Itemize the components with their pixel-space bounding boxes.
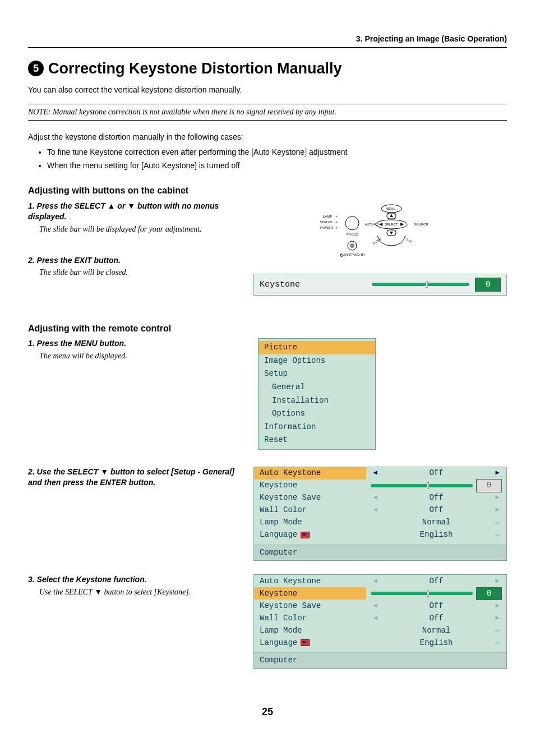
osd-value: Off [383, 601, 490, 612]
svg-point-0 [336, 215, 338, 217]
osd-value: Off [383, 505, 490, 516]
source-label: SOURCE [414, 223, 428, 226]
step1-title: 1. Press the SELECT ▲ or ▼ button with n… [28, 201, 241, 223]
osd-row: Lamp Mode◀Normal↵ [254, 624, 506, 637]
osd-footer: Computer [254, 545, 506, 561]
page-number: 25 [28, 705, 507, 719]
setup-general-osd-1: Auto Keystone◀Off▶Keystone0Keystone Save… [253, 467, 507, 561]
lamp-label: LAMP [323, 215, 332, 218]
menu-label: MENU [386, 207, 396, 210]
arrow-right-icon: ▶ [493, 505, 502, 515]
enter-icon: ↵ [493, 530, 502, 540]
osd-slider-thumb [427, 590, 429, 597]
osd-row: Keystone Save◀Off▶ [254, 492, 506, 504]
step2-title: 2. Press the EXIT button. [28, 255, 241, 266]
enter-icon: ↵ [493, 518, 502, 528]
power-label: POWER [320, 226, 333, 229]
osd-row: Language◀English↵ [254, 637, 506, 649]
svg-marker-9 [390, 214, 393, 217]
osd-row-label: Language [254, 529, 366, 541]
osd-value: Off [383, 468, 490, 479]
menu-item: Picture [259, 341, 375, 354]
osd-slider-track [371, 592, 473, 595]
svg-point-2 [336, 227, 338, 228]
osd-row: Auto Keystone◀Off▶ [254, 575, 506, 587]
arrow-left-icon: ◀ [371, 614, 380, 623]
rstep1-title: 1. Press the MENU button. [28, 338, 241, 349]
menu-item: Options [259, 407, 375, 421]
osd-row-label: Auto Keystone [254, 467, 366, 480]
svg-marker-7 [400, 223, 404, 226]
osd-row: Lamp Mode◀Normal↵ [254, 517, 506, 529]
keystone-slider-value: 0 [475, 278, 501, 292]
svg-point-1 [336, 221, 338, 223]
standby-label: ON/STAND BY [343, 253, 365, 256]
osd-slider-value: 0 [476, 479, 502, 492]
arrow-left-icon: ◀ [371, 468, 380, 478]
cabinet-diagram: LAMP STATUS POWER FOCUS MENU AUTO ADJ. S… [302, 201, 459, 262]
arrow-left-icon: ◀ [371, 505, 380, 515]
rstep1-desc: The menu will be displayed. [39, 351, 241, 362]
exit-label: EXIT [406, 237, 413, 243]
keystone-slider-label: Keystone [260, 279, 366, 291]
arrow-right-icon: ▶ [493, 493, 502, 503]
menu-item: Reset [259, 434, 375, 447]
step2-desc: The slide bar will be closed. [39, 267, 241, 278]
osd-row: Keystone Save◀Off▶ [254, 600, 506, 612]
rstep3-title: 3. Select the Keystone function. [28, 574, 241, 586]
osd-row: Keystone0 [254, 480, 506, 492]
language-icon [301, 639, 310, 646]
main-menu-osd: PictureImage OptionsSetupGeneralInstalla… [258, 338, 376, 450]
section-title-text: Correcting Keystone Distortion Manually [48, 58, 342, 80]
enter-label: ENTER [372, 237, 382, 245]
osd-value: Off [383, 492, 490, 504]
menu-item: Image Options [259, 354, 375, 368]
osd-row: Keystone0 [254, 587, 506, 600]
osd-row-label: Wall Color [254, 504, 366, 517]
step1-desc: The slide bar will be displayed for your… [39, 224, 241, 235]
rstep2-title: 2. Use the SELECT ▼ button to select [Se… [28, 467, 241, 488]
arrow-right-icon: ▶ [493, 577, 502, 586]
select-label: SELECT [385, 223, 398, 226]
arrow-left-icon: ◀ [371, 577, 380, 586]
section-number-icon: 5 [28, 61, 44, 76]
osd-row-label: Wall Color [254, 612, 366, 624]
cases-list: To fine tune Keystone correction even af… [47, 147, 507, 171]
osd-row: Language◀English↵ [254, 529, 506, 541]
osd-slider-track [371, 484, 473, 487]
osd-footer: Computer [254, 652, 506, 669]
note-box: NOTE: Manual keystone correction is not … [28, 104, 507, 121]
osd-value: English [383, 529, 490, 541]
arrow-right-icon: ▶ [493, 614, 502, 623]
osd-row-label: Keystone [254, 480, 366, 492]
svg-marker-6 [379, 223, 382, 226]
setup-general-osd-2: Auto Keystone◀Off▶Keystone0Keystone Save… [253, 574, 507, 669]
svg-marker-11 [390, 232, 393, 234]
keystone-slider-track [372, 283, 469, 286]
intro-text: You can also correct the vertical keysto… [28, 85, 507, 96]
arrow-left-icon: ◀ [371, 601, 380, 611]
svg-point-13 [350, 243, 354, 248]
case-item: When the menu setting for [Auto Keystone… [47, 160, 507, 172]
osd-row-label: Language [254, 637, 366, 649]
enter-icon: ↵ [493, 625, 502, 635]
menu-item: Setup [259, 367, 375, 381]
adjust-intro: Adjust the keystone distortion manually … [28, 132, 507, 143]
section-title: 5 Correcting Keystone Distortion Manuall… [28, 58, 507, 80]
menu-item: Installation [259, 394, 375, 408]
osd-row-label: Lamp Mode [254, 624, 366, 637]
osd-row-label: Auto Keystone [254, 575, 366, 587]
subheading-cabinet: Adjusting with buttons on the cabinet [28, 185, 507, 197]
osd-value: English [383, 638, 490, 649]
focus-label: FOCUS [347, 233, 358, 236]
osd-row: Wall Color◀Off▶ [254, 612, 506, 624]
svg-text:⏻: ⏻ [340, 253, 344, 257]
osd-value: Off [383, 613, 490, 624]
osd-value: Off [383, 576, 490, 587]
osd-row: Wall Color◀Off▶ [254, 504, 506, 517]
subheading-remote: Adjusting with the remote control [28, 322, 507, 335]
osd-value: Normal [383, 517, 490, 528]
arrow-right-icon: ▶ [493, 468, 502, 478]
osd-row-label: Keystone Save [254, 600, 366, 612]
osd-row-label: Lamp Mode [254, 517, 366, 529]
